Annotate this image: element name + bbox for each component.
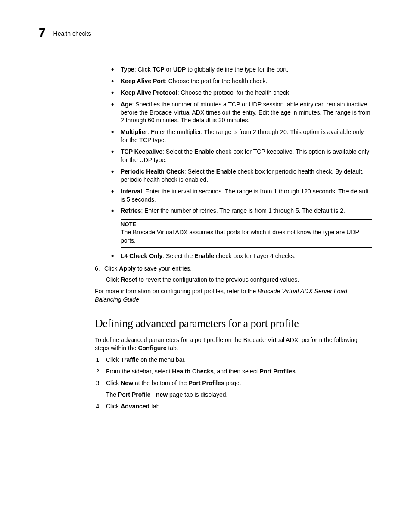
bullet-multiplier: Multiplier: Enter the multiplier. The ra…	[111, 128, 372, 144]
bullet-list: Type: Click TCP or UDP to globally defin…	[111, 65, 372, 215]
text: :	[147, 128, 151, 135]
text: Enter the multiplier. The range is from …	[121, 128, 364, 143]
text: :	[142, 188, 146, 195]
term: Age	[121, 101, 132, 108]
text: tab.	[149, 403, 161, 410]
text: :	[177, 89, 181, 96]
term: TCP	[153, 66, 165, 73]
term: Port Profiles	[259, 368, 295, 375]
term: Port Profile - new	[118, 391, 168, 398]
bullet-type: Type: Click TCP or UDP to globally defin…	[111, 65, 372, 74]
step-2: From the sidebar, select Health Checks, …	[103, 367, 372, 376]
text: .	[296, 368, 297, 375]
text: to revert the configuration to the previ…	[137, 276, 299, 283]
section-intro: To define advanced parameters for a port…	[95, 336, 372, 352]
text: tab.	[167, 345, 178, 352]
text: The	[106, 391, 118, 398]
text: to save your entries.	[136, 265, 192, 272]
main-content: Type: Click TCP or UDP to globally defin…	[95, 65, 372, 410]
text: page tab is displayed.	[168, 391, 227, 398]
term: Type	[121, 66, 134, 73]
text: : Select the	[162, 148, 194, 155]
text: to globally define the type for the port…	[186, 66, 288, 73]
bullet-list-after-note: L4 Check Only: Select the Enable check b…	[111, 252, 372, 260]
step-1: Click Traffic on the menu bar.	[103, 356, 372, 364]
text: Click	[106, 403, 121, 410]
term: Health Checks	[172, 368, 213, 375]
term: New	[121, 380, 133, 386]
term: Port Profiles	[188, 380, 224, 386]
note-body: The Brocade Virtual ADX assumes that por…	[121, 228, 372, 248]
page-header: 7 Health checks	[39, 26, 372, 40]
term: Enable	[194, 148, 214, 155]
section-heading: Defining advanced parameters for a port …	[95, 316, 372, 331]
bullet-periodic-health-check: Periodic Health Check: Select the Enable…	[111, 168, 372, 184]
text: : Select the	[184, 168, 216, 175]
text: at the bottom of the	[133, 380, 188, 386]
text: or	[165, 66, 173, 73]
term: Configure	[138, 345, 166, 352]
term: L4 Check Only	[121, 252, 162, 259]
term: Advanced	[121, 403, 149, 410]
term: Keep Alive Protocol	[121, 89, 177, 96]
term: TCP Keepalive	[121, 148, 162, 155]
text: :	[165, 78, 168, 84]
text: , and then select	[214, 368, 260, 375]
term: UDP	[173, 66, 186, 73]
text: Click	[106, 380, 121, 386]
note-block: NOTE The Brocade Virtual ADX assumes tha…	[121, 219, 372, 247]
text: Click	[106, 276, 121, 283]
term: Enable	[216, 168, 236, 175]
text: Specifies the number of minutes a TCP or…	[121, 101, 371, 124]
text: Choose the protocol for the health check…	[181, 89, 291, 96]
term: Keep Alive Port	[121, 78, 165, 84]
step-3-sub: The Port Profile - new page tab is displ…	[106, 391, 372, 399]
text: Enter the interval in seconds. The range…	[121, 188, 368, 203]
term: Enable	[194, 252, 214, 259]
step-4: Click Advanced tab.	[103, 402, 372, 411]
bullet-keep-alive-protocol: Keep Alive Protocol: Choose the protocol…	[111, 89, 372, 97]
bullet-keep-alive-port: Keep Alive Port: Choose the port for the…	[111, 77, 372, 85]
term: Apply	[119, 265, 136, 272]
document-page: 7 Health checks Type: Click TCP or UDP t…	[0, 0, 411, 440]
bullet-retries: Retries: Enter the number of retries. Th…	[111, 207, 372, 215]
step-6-sub: Click Reset to revert the configuration …	[106, 276, 372, 284]
bullet-age: Age: Specifies the number of minutes a T…	[111, 100, 372, 125]
text: page.	[224, 380, 241, 386]
bullet-l4-check-only: L4 Check Only: Select the Enable check b…	[111, 252, 372, 260]
term: Reset	[121, 276, 137, 283]
step-3: Click New at the bottom of the Port Prof…	[103, 379, 372, 399]
text: on the menu bar.	[139, 356, 186, 363]
term: Periodic Health Check	[121, 168, 184, 175]
bullet-tcp-keepalive: TCP Keepalive: Select the Enable check b…	[111, 148, 372, 164]
text: From the sidebar, select	[106, 368, 172, 375]
text: Click	[106, 356, 121, 363]
text: To define advanced parameters for a port…	[95, 336, 358, 352]
term: Retries	[121, 207, 141, 214]
term: Interval	[121, 188, 142, 195]
more-info-paragraph: For more information on configuring port…	[95, 287, 372, 304]
text: Enter the number of retries. The range i…	[144, 207, 345, 214]
step-number: 6.	[95, 264, 104, 273]
text: Choose the port for the health check.	[168, 78, 268, 84]
steps-list: Click Traffic on the menu bar. From the …	[95, 356, 372, 410]
bullet-interval: Interval: Enter the interval in seconds.…	[111, 187, 372, 204]
text: .	[139, 296, 141, 303]
note-label: NOTE	[121, 219, 372, 228]
text: check box for Layer 4 checks.	[214, 252, 296, 259]
text: Click	[104, 265, 119, 272]
term: Traffic	[121, 356, 139, 363]
text: For more information on configuring port…	[95, 288, 258, 295]
term: Multiplier	[121, 128, 147, 135]
chapter-title: Health checks	[53, 30, 91, 37]
chapter-number: 7	[39, 26, 46, 40]
step-6: 6.Click Apply to save your entries. Clic…	[95, 264, 372, 284]
text: : Select the	[162, 252, 194, 259]
text: : Click	[134, 66, 153, 73]
